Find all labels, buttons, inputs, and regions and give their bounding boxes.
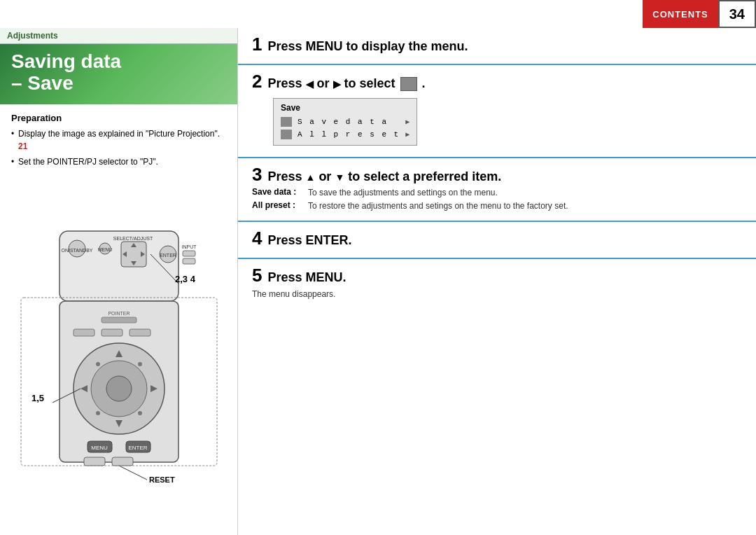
ref-link[interactable]: 21: [18, 141, 27, 151]
main-layout: Adjustments Saving data– Save Preparatio…: [0, 28, 756, 535]
svg-rect-37: [84, 457, 105, 466]
list-item: Set the POINTER/PJ selector to "PJ".: [11, 155, 226, 168]
menu-row-1-arrow: ▶: [405, 118, 410, 126]
step-5-desc: The menu disappears.: [252, 288, 742, 300]
svg-point-22: [106, 376, 132, 401]
step-table-row-1: Save data : To save the adjustments and …: [252, 187, 742, 199]
section-title-bar: Saving data– Save: [0, 44, 237, 104]
step-table-desc-2: To restore the adjustments and setings o…: [308, 200, 568, 212]
left-panel: Adjustments Saving data– Save Preparatio…: [0, 28, 238, 535]
menu-preview-title: Save: [281, 103, 410, 113]
step-2-text: Press or to select .: [267, 76, 425, 91]
svg-text:SELECT/ADJUST: SELECT/ADJUST: [113, 236, 153, 241]
page-number: 34: [718, 0, 756, 28]
menu-row-1: S a v e d a t a ▶: [281, 116, 410, 128]
preparation-title: Preparation: [11, 113, 226, 123]
svg-text:MENU: MENU: [91, 445, 108, 451]
step-4-block: 4 Press ENTER.: [238, 222, 756, 259]
step-3-text: Press or to select a preferred item.: [267, 169, 501, 184]
all-preset-icon: [281, 130, 292, 139]
svg-point-28: [138, 362, 142, 366]
list-item: Display the image as explained in "Pictu…: [11, 127, 226, 153]
svg-text:1,5: 1,5: [31, 393, 44, 403]
step-1-text: Press MENU to display the menu.: [267, 39, 468, 54]
header-bar: CONTENTS 34: [0, 0, 756, 28]
step-4-text: Press ENTER.: [267, 233, 351, 248]
step-3-number: 3: [252, 165, 262, 183]
svg-text:2,3  4: 2,3 4: [175, 274, 196, 284]
step-5-text: Press MENU.: [267, 270, 346, 285]
svg-point-27: [96, 362, 100, 366]
step-2-number: 2: [252, 72, 262, 90]
step-table-label-1: Save data :: [252, 187, 308, 199]
preparation-list: Display the image as explained in "Pictu…: [11, 127, 226, 168]
svg-text:ON/STANDBY: ON/STANDBY: [61, 248, 92, 253]
step-5-number: 5: [252, 266, 262, 284]
step-table-row-2: All preset : To restore the adjustments …: [252, 200, 742, 212]
save-data-icon: [281, 117, 292, 127]
step-4-number: 4: [252, 229, 262, 247]
menu-row-1-text: S a v e d a t a: [298, 118, 388, 126]
svg-text:RESET: RESET: [149, 475, 175, 484]
remote-svg: ON/STANDBY MENU SELECT/ADJUST ENTER INPU…: [18, 228, 220, 487]
step-4-header: 4 Press ENTER.: [252, 229, 742, 248]
svg-line-39: [119, 466, 147, 480]
svg-rect-38: [112, 457, 133, 466]
svg-text:POINTER: POINTER: [108, 311, 130, 316]
right-panel: 1 Press MENU to display the menu. 2 Pres…: [238, 28, 756, 535]
step-table-desc-1: To save the adjustments and settings on …: [308, 187, 498, 199]
step-table-label-2: All preset :: [252, 200, 308, 212]
remote-diagram: ON/STANDBY MENU SELECT/ADJUST ENTER INPU…: [0, 179, 237, 535]
step-3-header: 3 Press or to select a preferred item.: [252, 165, 742, 184]
menu-preview-box: Save S a v e d a t a ▶ A l l p r e s e t…: [273, 98, 417, 146]
step-2-block: 2 Press or to select . Save S a v e d a …: [238, 65, 756, 158]
svg-rect-42: [102, 317, 136, 323]
step-2-header: 2 Press or to select .: [252, 72, 742, 91]
svg-text:MENU: MENU: [97, 247, 112, 252]
svg-rect-44: [102, 329, 122, 336]
menu-row-2-text: A l l p r e s e t: [298, 130, 400, 139]
menu-row-2-arrow: ▶: [405, 130, 410, 139]
step-1-header: 1 Press MENU to display the menu.: [252, 35, 742, 54]
step-3-table: Save data : To save the adjustments and …: [252, 187, 742, 212]
section-title: Saving data– Save: [11, 51, 226, 95]
step-3-block: 3 Press or to select a preferred item. S…: [238, 158, 756, 222]
breadcrumb: Adjustments: [0, 28, 237, 44]
svg-rect-14: [183, 251, 195, 256]
svg-point-29: [96, 411, 100, 415]
svg-text:INPUT: INPUT: [181, 244, 197, 249]
left-content: Preparation Display the image as explain…: [0, 104, 237, 179]
svg-rect-15: [183, 258, 195, 264]
menu-icon: [400, 77, 417, 91]
step-5-block: 5 Press MENU. The menu disappears.: [238, 259, 756, 307]
step-1-number: 1: [252, 35, 262, 53]
step-1-block: 1 Press MENU to display the menu.: [238, 28, 756, 65]
contents-button[interactable]: CONTENTS: [643, 0, 718, 28]
svg-rect-45: [130, 329, 150, 336]
svg-text:ENTER: ENTER: [128, 445, 147, 451]
svg-point-30: [138, 411, 142, 415]
svg-text:ENTER: ENTER: [160, 253, 176, 258]
step-5-header: 5 Press MENU.: [252, 266, 742, 285]
svg-rect-43: [74, 329, 94, 336]
menu-row-2: A l l p r e s e t ▶: [281, 128, 410, 141]
